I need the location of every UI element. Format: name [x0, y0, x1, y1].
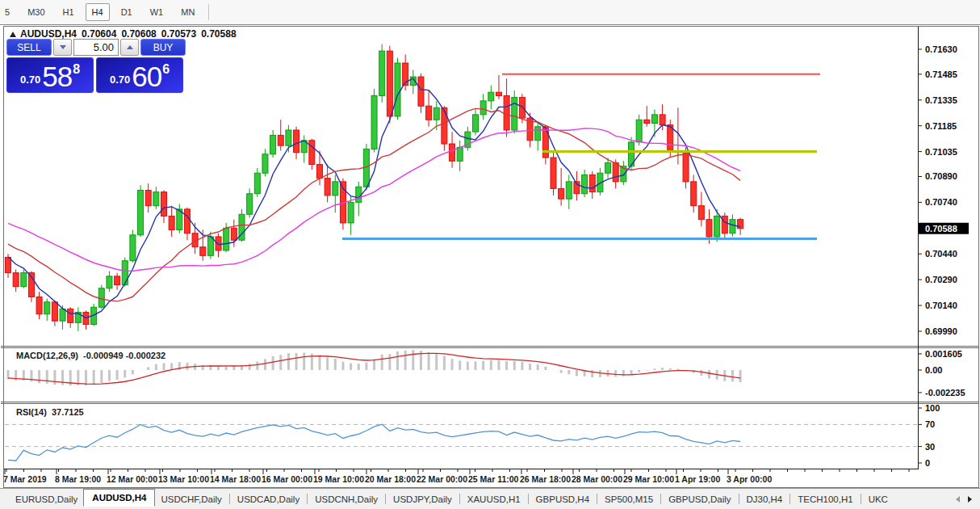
tab-divider: [861, 494, 861, 504]
toolbar-separator: [208, 4, 209, 20]
sell-price-pip: 8: [73, 62, 80, 77]
rsi-tick-label: 70: [925, 419, 935, 429]
price-tick-label: 0.70290: [925, 275, 957, 284]
sell-quote-box[interactable]: 0.70 58 8: [6, 57, 94, 93]
tab-usdcad-daily[interactable]: USDCAD,Daily: [232, 491, 305, 507]
buy-quote-box[interactable]: 0.70 60 6: [96, 57, 183, 93]
tab-dj30-h4[interactable]: DJ30,H4: [741, 491, 789, 507]
volume-increase-button[interactable]: [120, 39, 139, 56]
tab-xauusd-h1[interactable]: XAUUSD,H1: [462, 491, 526, 507]
tab-ukc-truncated[interactable]: UKC: [863, 491, 894, 507]
candle-body: [122, 261, 128, 285]
tab-sp500-m15[interactable]: SP500,M15: [599, 491, 659, 507]
candle-body: [535, 127, 541, 141]
tab-divider: [739, 494, 739, 504]
candle-body: [356, 187, 362, 202]
timeframe-m30[interactable]: M30: [21, 3, 51, 21]
timeframe-w1[interactable]: W1: [144, 3, 170, 21]
volume-decrease-button[interactable]: [53, 39, 72, 56]
candle-body: [207, 237, 213, 255]
time-tick-label: 25 Mar 11:00: [468, 474, 519, 484]
timeframe-h1[interactable]: H1: [57, 3, 81, 21]
rsi-indicator-label: RSI(14) 37.7125: [16, 407, 84, 417]
candle-body: [660, 115, 665, 125]
candle-body: [566, 182, 572, 199]
candle-body: [278, 135, 283, 145]
time-tick-label: 20 Mar 18:00: [365, 474, 416, 484]
price-tick-label: 0.71485: [925, 69, 957, 79]
tab-usdcnh-daily[interactable]: USDCNH,Daily: [309, 491, 383, 507]
candle-body: [636, 120, 642, 142]
volume-input[interactable]: 5.00: [73, 39, 119, 56]
candle-body: [613, 162, 618, 181]
candle-body: [559, 188, 564, 199]
candle-body: [6, 257, 11, 272]
ohlc-high: 0.70608: [121, 28, 156, 40]
candle-body: [224, 228, 229, 250]
tab-eurusd-daily[interactable]: EURUSD,Daily: [10, 491, 83, 507]
tab-divider: [229, 494, 230, 504]
candle-body: [317, 165, 323, 179]
candle-body: [169, 216, 174, 229]
macd-tick-label: 0.00: [925, 365, 942, 375]
price-tick-label: 0.70740: [925, 197, 957, 207]
candle-body: [395, 63, 400, 116]
candle-body: [98, 288, 104, 307]
tab-tech100-h1[interactable]: TECH100,H1: [792, 491, 858, 507]
timeframe-d1[interactable]: D1: [115, 3, 139, 21]
candle-body: [325, 179, 330, 196]
time-tick-label: 19 Mar 10:00: [313, 474, 364, 484]
price-tick-label: 0.71335: [925, 95, 957, 105]
tab-divider: [307, 494, 308, 504]
price-tick-label: 0.71035: [925, 147, 957, 157]
sell-price-prefix: 0.70: [20, 74, 40, 86]
candle-body: [161, 192, 167, 217]
candle-body: [60, 309, 65, 321]
timeframe-h4[interactable]: H4: [86, 3, 110, 21]
tab-divider: [660, 494, 661, 504]
tab-divider: [459, 494, 460, 504]
candle-body: [138, 190, 144, 234]
ohlc-low: 0.70573: [161, 28, 196, 40]
candle-body: [698, 206, 704, 220]
tab-usdchf-daily[interactable]: USDCHF,Daily: [155, 491, 227, 507]
candle-body: [722, 216, 727, 233]
candle-body: [426, 106, 432, 120]
chart-canvas[interactable]: 0.716300.714850.713350.711850.710350.708…: [0, 25, 980, 488]
tab-gbpusd-daily[interactable]: GBPUSD,Daily: [663, 491, 736, 507]
sell-button[interactable]: SELL: [6, 39, 52, 56]
macd-tick-label: -0.002235: [925, 388, 965, 398]
candle-body: [418, 77, 424, 106]
volume-down-icon: [60, 45, 66, 49]
time-tick-label: 29 Mar 10:00: [623, 474, 674, 484]
time-tick-label: 22 Mar 00:00: [417, 474, 467, 484]
candle-body: [270, 135, 276, 154]
rsi-value: 37.7125: [52, 407, 84, 417]
tab-scroll-left-icon[interactable]: [956, 496, 960, 503]
candle-body: [683, 153, 689, 182]
buy-price-prefix: 0.70: [110, 74, 130, 86]
price-tick-label: 0.70890: [925, 171, 957, 181]
candle-body: [294, 130, 299, 153]
candle-body: [348, 202, 354, 223]
rsi-tick-label: 30: [925, 442, 935, 452]
chart-tabbar: EURUSD,Daily AUDUSD,H4 USDCHF,Daily USDC…: [0, 488, 980, 509]
chart-symbol-title: AUDUSD,H4 0.70604 0.70608 0.70573 0.7058…: [10, 28, 237, 40]
collapse-triangle-icon[interactable]: [10, 32, 16, 37]
time-tick-label: 28 Mar 00:00: [572, 474, 622, 484]
buy-button[interactable]: BUY: [140, 39, 186, 56]
candle-body: [651, 115, 657, 124]
tab-gbpusd-h4[interactable]: GBPUSD,H4: [530, 491, 595, 507]
tab-scroll-right-icon[interactable]: [968, 496, 972, 503]
tab-usdjpy-daily[interactable]: USDJPY,Daily: [387, 491, 458, 507]
candle-body: [52, 302, 57, 321]
timeframe-mn[interactable]: MN: [174, 3, 201, 21]
timeframe-m5[interactable]: 5: [0, 3, 16, 21]
candle-body: [605, 162, 611, 173]
candle-body: [247, 194, 253, 215]
timeframe-toolbar: 5 M30 H1 H4 D1 W1 MN: [0, 0, 980, 25]
time-tick-label: 13 Mar 10:00: [158, 474, 209, 484]
candle-body: [450, 144, 455, 161]
candle-body: [262, 154, 268, 173]
tab-audusd-h4[interactable]: AUDUSD,H4: [83, 489, 155, 507]
